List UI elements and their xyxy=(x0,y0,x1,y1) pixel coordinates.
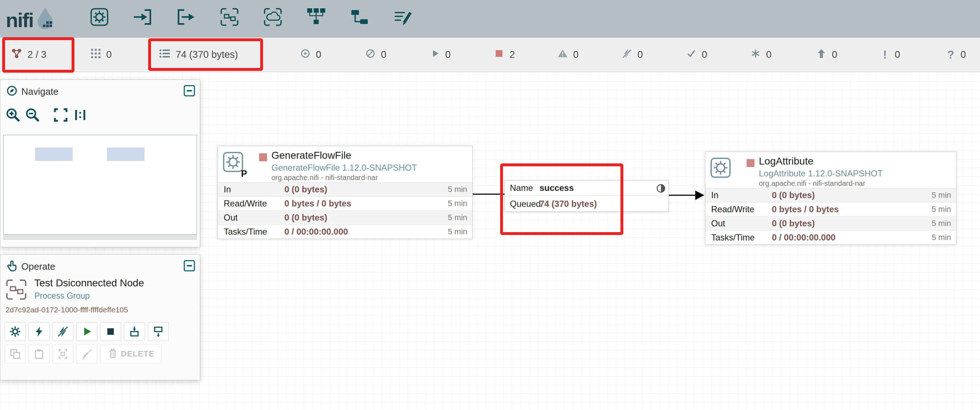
stat-row-tasks: Tasks/Time 0 / 00:00:00.000 5 min xyxy=(705,230,956,244)
stat-label: Out xyxy=(705,219,772,228)
stat-value: 0 (0 bytes) xyxy=(285,212,448,223)
cluster-icon xyxy=(11,48,22,62)
locally-modified-stale-count: 0 xyxy=(895,49,900,61)
processor-name: LogAttribute xyxy=(759,155,813,167)
status-locally-modified: 0 xyxy=(750,38,772,72)
processor-button[interactable] xyxy=(88,6,111,30)
stat-row-readwrite: Read/Write 0 bytes / 0 bytes 5 min xyxy=(218,196,472,211)
processor-header: P GenerateFlowFile GenerateFlowFile 1.12… xyxy=(218,146,472,182)
label-button[interactable] xyxy=(391,6,415,30)
configure-button[interactable] xyxy=(5,322,25,341)
input-port-button[interactable] xyxy=(131,6,155,30)
stat-window: 5 min xyxy=(448,199,472,208)
stat-row-in: In 0 (0 bytes) 5 min xyxy=(218,182,472,196)
collapse-operate-button[interactable] xyxy=(183,260,196,272)
processor-icon xyxy=(89,7,110,29)
delete-button[interactable]: DELETE xyxy=(100,345,162,363)
minimap-component xyxy=(35,147,73,161)
processor-bundle: org.apache.nifi - nifi-standard-nar xyxy=(271,174,378,182)
stopped-icon xyxy=(493,48,504,61)
connection-name-value: success xyxy=(539,183,574,193)
zoom-actual-size-button[interactable] xyxy=(70,105,90,125)
stat-value: 0 (0 bytes) xyxy=(772,219,932,228)
connection-queued-row: Queued 74 (370 bytes) xyxy=(505,196,668,212)
threads-icon xyxy=(90,48,101,61)
template-icon xyxy=(350,7,370,29)
stat-value: 0 (0 bytes) xyxy=(285,184,448,195)
stat-row-readwrite: Read/Write 0 bytes / 0 bytes 5 min xyxy=(705,202,956,216)
nifi-logo: nifi xyxy=(6,6,55,31)
remote-process-group-button[interactable] xyxy=(261,6,285,30)
delete-button-label: DELETE xyxy=(121,349,155,359)
not-transmitting-count: 0 xyxy=(381,49,386,61)
status-not-transmitting: 0 xyxy=(365,38,386,72)
processor-bundle: org.apache.nifi - nifi-standard-nar xyxy=(759,179,865,188)
up-to-date-icon xyxy=(686,48,697,61)
queued-icon xyxy=(159,48,170,62)
status-running: 0 xyxy=(429,38,450,72)
process-group-icon xyxy=(220,7,240,29)
status-up-to-date: 0 xyxy=(686,38,707,72)
locally-modified-icon xyxy=(750,48,761,61)
paste-button[interactable] xyxy=(29,345,49,363)
status-locally-modified-stale: ! 0 xyxy=(880,38,900,72)
stat-window: 5 min xyxy=(932,191,956,200)
zoom-out-button[interactable] xyxy=(23,105,42,125)
funnel-button[interactable] xyxy=(304,6,328,30)
threads-count: 0 xyxy=(106,49,112,61)
status-active-threads: 0 xyxy=(90,38,112,72)
status-stopped: 2 xyxy=(493,38,515,72)
output-port-button[interactable] xyxy=(174,6,198,30)
zoom-fit-button[interactable] xyxy=(51,105,70,125)
stat-row-tasks: Tasks/Time 0 / 00:00:00.000 5 min xyxy=(218,225,472,239)
stat-row-in: In 0 (0 bytes) 5 min xyxy=(705,188,956,202)
stat-window: 5 min xyxy=(932,219,956,228)
collapse-navigate-button[interactable] xyxy=(183,85,196,97)
running-count: 0 xyxy=(445,49,450,61)
fill-color-button[interactable] xyxy=(76,345,97,363)
status-disabled: 0 xyxy=(622,38,643,72)
sync-failure-icon: ? xyxy=(946,48,955,61)
template-upload-button[interactable] xyxy=(124,322,145,341)
status-invalid: 0 xyxy=(557,38,579,72)
running-icon xyxy=(429,48,440,61)
selected-component-id: 2d7c92ad-0172-1000-ffff-ffffdeffe105 xyxy=(5,306,128,314)
stop-button[interactable] xyxy=(100,322,121,341)
copy-button[interactable] xyxy=(5,345,25,363)
minimap-component xyxy=(107,147,145,161)
invalid-count: 0 xyxy=(573,49,579,61)
stat-label: In xyxy=(705,190,772,200)
template-button[interactable] xyxy=(348,6,371,30)
group-button[interactable] xyxy=(52,345,73,363)
cluster-count: 2 / 3 xyxy=(27,49,47,61)
processor-name: GenerateFlowFile xyxy=(271,150,351,161)
nifi-logo-text: nifi xyxy=(6,10,33,31)
stat-value: 0 / 00:00:00.000 xyxy=(772,233,932,242)
selected-component-type: Process Group xyxy=(34,291,90,301)
connection-queued-value: 74 (370 bytes) xyxy=(539,199,597,209)
nifi-drop-icon xyxy=(35,6,55,31)
template-create-button[interactable] xyxy=(148,322,169,341)
input-port-icon xyxy=(133,7,153,29)
enable-button[interactable] xyxy=(29,322,49,341)
disabled-icon xyxy=(622,48,632,61)
locally-modified-count: 0 xyxy=(766,49,772,61)
process-group-button[interactable] xyxy=(218,6,242,30)
connection-label[interactable]: Name success Queued 74 (370 bytes) xyxy=(504,180,669,212)
processor-generateflowfile[interactable]: P GenerateFlowFile GenerateFlowFile 1.12… xyxy=(218,146,473,239)
disable-button[interactable] xyxy=(52,322,73,341)
zoom-in-button[interactable] xyxy=(3,105,23,125)
start-button[interactable] xyxy=(76,322,97,341)
minimap-scrollbar[interactable] xyxy=(3,235,197,240)
operate-panel: Operate Test Dsiconnected Node Process G… xyxy=(0,255,200,380)
birdseye-minimap[interactable] xyxy=(3,135,197,235)
stat-value: 0 bytes / 0 bytes xyxy=(285,198,448,209)
stat-value: 0 bytes / 0 bytes xyxy=(772,204,932,214)
transmitting-count: 0 xyxy=(316,49,321,61)
top-toolbar: nifi xyxy=(0,0,980,38)
processor-logattribute[interactable]: LogAttribute LogAttribute 1.12.0-SNAPSHO… xyxy=(705,152,956,245)
stat-window: 5 min xyxy=(448,213,472,222)
selected-process-group-icon xyxy=(5,278,28,303)
connection-name-label: Name xyxy=(505,183,539,193)
processor-type: LogAttribute 1.12.0-SNAPSHOT xyxy=(759,169,883,179)
